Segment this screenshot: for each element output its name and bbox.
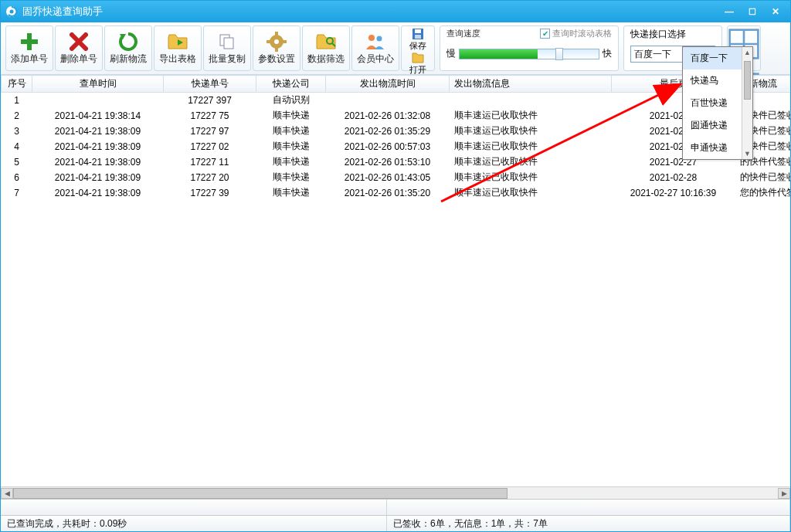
speed-slider[interactable] — [459, 49, 599, 59]
cell-sent_info: 顺丰速运已收取快件 — [450, 170, 612, 185]
cell-track_no: 17227 397 — [164, 93, 256, 108]
window-title: 固乔快递查询助手 — [22, 5, 719, 19]
save-button[interactable]: 保存 — [402, 28, 434, 52]
scroll-when-query-checkbox[interactable]: ✔ 查询时滚动表格 — [540, 28, 612, 39]
cell-track_no: 17227 20 — [164, 170, 256, 185]
cell-company: 顺丰快递 — [256, 124, 326, 139]
cell-company: 顺丰快递 — [256, 139, 326, 154]
cell-sent_time: 2021-02-26 01:43:05 — [326, 170, 450, 185]
cell-sent_time: 2021-02-26 01:35:29 — [326, 124, 450, 139]
refresh-icon — [117, 31, 139, 53]
folder-filter-icon — [315, 31, 337, 53]
cell-company: 顺丰快递 — [256, 170, 326, 185]
folder-open-icon — [412, 52, 424, 64]
cell-idx: 6 — [2, 170, 32, 185]
col-sent-time[interactable]: 发出物流时间 — [326, 76, 450, 93]
results-grid-area: 序号 查单时间 快递单号 快递公司 发出物流时间 发出物流信息 最后更 更新物流… — [1, 75, 790, 499]
table-row[interactable]: 62021-04-21 19:38:0917227 20顺丰快递2021-02-… — [2, 170, 791, 185]
svg-rect-22 — [415, 35, 421, 39]
api-dropdown-list: 百度一下 快递鸟 百世快递 圆通快递 申通快递 ▲▼ — [682, 46, 753, 160]
cell-sent_info: 顺丰速运已收取快件 — [450, 108, 612, 124]
cell-sent_time: 2021-02-26 01:35:20 — [326, 185, 450, 201]
cell-sent_info: 顺丰速运已收取快件 — [450, 154, 612, 170]
window-maximize-button[interactable] — [742, 5, 762, 19]
table-row[interactable]: 42021-04-21 19:38:0917227 02顺丰快递2021-02-… — [2, 139, 791, 154]
dropdown-scrollbar[interactable]: ▲▼ — [742, 47, 752, 159]
cell-query_time: 2021-04-21 19:38:09 — [32, 170, 164, 185]
speed-slow-label: 慢 — [446, 47, 456, 60]
col-query-time[interactable]: 查单时间 — [32, 76, 164, 93]
cell-sent_info: 顺丰速运已收取快件 — [450, 124, 612, 139]
cell-sent_time: 2021-02-26 00:57:03 — [326, 139, 450, 154]
cell-company: 顺丰快递 — [256, 154, 326, 170]
svg-point-1 — [10, 10, 14, 14]
cell-sent_info: 顺丰速运已收取快件 — [450, 185, 612, 201]
cell-query_time: 2021-04-21 19:38:09 — [32, 139, 164, 154]
cell-query_time: 2021-04-21 19:38:09 — [32, 154, 164, 170]
svg-point-19 — [377, 36, 382, 42]
horizontal-scrollbar[interactable]: ◀ ▶ — [1, 486, 790, 499]
cell-sent_time: 2021-02-26 01:53:10 — [326, 154, 450, 170]
col-sent-info[interactable]: 发出物流信息 — [450, 76, 612, 93]
cell-company: 顺丰快递 — [256, 185, 326, 201]
table-row[interactable]: 52021-04-21 19:38:0917227 11顺丰快递2021-02-… — [2, 154, 791, 170]
speed-fast-label: 快 — [603, 47, 612, 60]
results-table[interactable]: 序号 查单时间 快递单号 快递公司 发出物流时间 发出物流信息 最后更 更新物流… — [1, 75, 790, 201]
window-minimize-button[interactable] — [719, 5, 739, 19]
col-idx[interactable]: 序号 — [2, 76, 32, 93]
cell-last_time: 2021-02-27 10:16:39 — [612, 185, 735, 201]
cell-query_time: 2021-04-21 19:38:14 — [32, 108, 164, 124]
table-row[interactable]: 22021-04-21 19:38:1417227 75顺丰快递2021-02-… — [2, 108, 791, 124]
plus-icon — [19, 31, 40, 53]
delete-tracking-button[interactable]: 删除单号 — [55, 25, 103, 71]
svg-point-11 — [274, 39, 279, 44]
cell-track_no: 17227 75 — [164, 108, 256, 124]
cell-idx: 4 — [2, 139, 32, 154]
add-tracking-button[interactable]: 添加单号 — [5, 25, 53, 71]
window-close-button[interactable] — [766, 5, 786, 19]
col-company[interactable]: 快递公司 — [256, 76, 326, 93]
open-button[interactable]: 打开 — [402, 52, 434, 76]
titlebar: 固乔快递查询助手 — [1, 1, 790, 22]
data-filter-button[interactable]: 数据筛选 — [302, 25, 350, 71]
cell-idx: 3 — [2, 124, 32, 139]
cell-idx: 5 — [2, 154, 32, 170]
people-icon — [365, 31, 386, 53]
status-left-cell — [1, 500, 387, 515]
table-row[interactable]: 72021-04-21 19:38:0917227 39顺丰快递2021-02-… — [2, 185, 791, 201]
member-center-button[interactable]: 会员中心 — [351, 25, 399, 71]
cell-track_no: 17227 97 — [164, 124, 256, 139]
checkbox-icon: ✔ — [540, 29, 550, 39]
table-row[interactable]: 117227 397自动识别 — [2, 93, 791, 108]
export-table-button[interactable]: 导出表格 — [154, 25, 202, 71]
cell-sent_info — [450, 93, 612, 108]
cell-idx: 1 — [2, 93, 32, 108]
svg-point-18 — [368, 35, 375, 41]
cell-track_no: 17227 02 — [164, 139, 256, 154]
col-track-no[interactable]: 快递单号 — [164, 76, 256, 93]
x-icon — [68, 31, 90, 53]
cell-sent_time: 2021-02-26 01:32:08 — [326, 108, 450, 124]
svg-rect-21 — [415, 29, 421, 33]
cell-company: 自动识别 — [256, 93, 326, 108]
app-icon — [5, 5, 18, 18]
svg-rect-9 — [224, 38, 233, 49]
copy-icon — [216, 31, 238, 53]
status-query-done: 已查询完成，共耗时：0.09秒 — [1, 516, 387, 531]
folder-export-icon — [167, 31, 188, 53]
status-summary: 已签收：6单，无信息：1单，共：7单 — [387, 516, 790, 531]
cell-track_no: 17227 11 — [164, 154, 256, 170]
cell-idx: 2 — [2, 108, 32, 124]
param-settings-button[interactable]: 参数设置 — [253, 25, 300, 71]
table-row[interactable]: 32021-04-21 19:38:0917227 97顺丰快递2021-02-… — [2, 124, 791, 139]
svg-rect-3 — [21, 39, 38, 44]
query-speed-panel: 查询速度 ✔ 查询时滚动表格 慢 快 — [440, 25, 619, 71]
batch-copy-button[interactable]: 批量复制 — [203, 25, 251, 71]
cell-query_time — [32, 93, 164, 108]
cell-last_time: 2021-02-28 — [612, 170, 735, 185]
cell-track_no: 17227 39 — [164, 185, 256, 201]
gear-icon — [266, 31, 287, 53]
status-bar-upper — [1, 499, 790, 515]
cell-company: 顺丰快递 — [256, 108, 326, 124]
refresh-logistics-button[interactable]: 刷新物流 — [104, 25, 152, 71]
